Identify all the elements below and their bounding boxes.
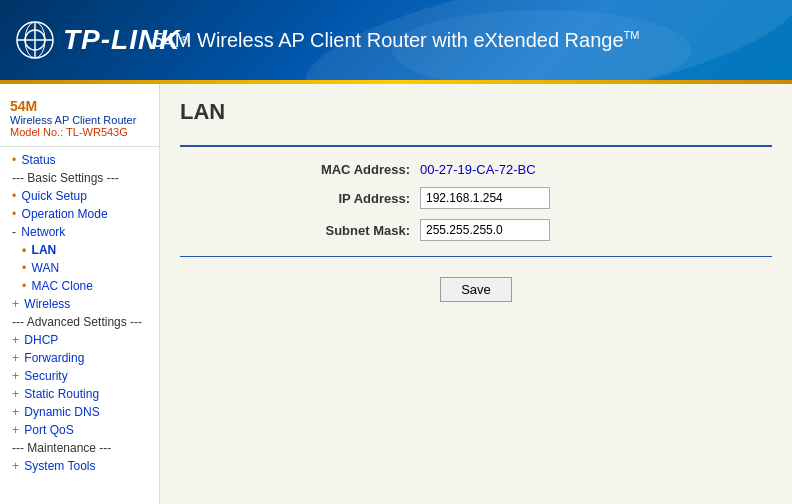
sidebar-item-operation-mode[interactable]: • Operation Mode — [0, 205, 159, 223]
sidebar-item-mac-clone[interactable]: • MAC Clone — [0, 277, 159, 295]
plus-icon: + — [12, 351, 19, 365]
header-title-text: 54M Wireless AP Client Router with eXten… — [153, 29, 624, 51]
sidebar-item-dynamic-dns[interactable]: + Dynamic DNS — [0, 403, 159, 421]
sidebar-item-label: Wireless — [24, 297, 70, 311]
sidebar-section-maintenance: --- Maintenance --- — [0, 439, 159, 457]
subnet-mask-input[interactable] — [420, 219, 550, 241]
header: TP-LINK ® 54M Wireless AP Client Router … — [0, 0, 792, 80]
sidebar-item-forwarding[interactable]: + Forwarding — [0, 349, 159, 367]
sidebar-item-port-qos[interactable]: + Port QoS — [0, 421, 159, 439]
ip-address-row: IP Address: — [180, 187, 772, 209]
plus-icon: + — [12, 333, 19, 347]
subnet-mask-row: Subnet Mask: — [180, 219, 772, 241]
sidebar-item-network[interactable]: - Network — [0, 223, 159, 241]
main-layout: 54M Wireless AP Client Router Model No.:… — [0, 84, 792, 504]
sidebar-section-basic-settings: --- Basic Settings --- — [0, 169, 159, 187]
sidebar-item-label: Dynamic DNS — [24, 405, 99, 419]
content-body: MAC Address: 00-27-19-CA-72-BC IP Addres… — [160, 135, 792, 312]
model-no: TL-WR543G — [66, 126, 128, 138]
page-title: LAN — [180, 99, 772, 125]
plus-icon: + — [12, 423, 19, 437]
content-header: LAN — [160, 84, 792, 135]
sidebar-item-label: MAC Clone — [32, 279, 93, 293]
sidebar-item-label: LAN — [32, 243, 57, 257]
sidebar-item-dhcp[interactable]: + DHCP — [0, 331, 159, 349]
sidebar-item-system-tools[interactable]: + System Tools — [0, 457, 159, 475]
sidebar-item-lan[interactable]: • LAN — [0, 241, 159, 259]
device-info: 54M Wireless AP Client Router Model No.:… — [0, 92, 159, 147]
sidebar-item-label: Network — [21, 225, 65, 239]
sidebar-item-security[interactable]: + Security — [0, 367, 159, 385]
plus-icon: + — [12, 387, 19, 401]
save-row: Save — [180, 277, 772, 302]
sidebar-item-label: Port QoS — [24, 423, 73, 437]
device-model: 54M — [10, 98, 149, 114]
sidebar-item-label: Forwarding — [24, 351, 84, 365]
sidebar-section-label: --- Advanced Settings --- — [12, 315, 142, 329]
sidebar-item-label: DHCP — [24, 333, 58, 347]
mac-address-row: MAC Address: 00-27-19-CA-72-BC — [180, 162, 772, 177]
bullet-icon: • — [12, 207, 16, 221]
divider-bottom — [180, 256, 772, 257]
sidebar-item-label: Operation Mode — [22, 207, 108, 221]
ip-address-input[interactable] — [420, 187, 550, 209]
sidebar: 54M Wireless AP Client Router Model No.:… — [0, 84, 160, 504]
sidebar-item-label: Security — [24, 369, 67, 383]
sidebar-item-wireless[interactable]: + Wireless — [0, 295, 159, 313]
sidebar-item-label: Quick Setup — [22, 189, 87, 203]
model-label: Model No.: — [10, 126, 63, 138]
bullet-icon: • — [22, 243, 26, 257]
plus-icon: + — [12, 297, 19, 311]
save-button[interactable]: Save — [440, 277, 512, 302]
sidebar-item-status[interactable]: • Status — [0, 151, 159, 169]
sidebar-item-label: WAN — [32, 261, 60, 275]
mac-address-label: MAC Address: — [280, 162, 420, 177]
device-type: Wireless AP Client Router — [10, 114, 149, 126]
minus-icon: - — [12, 225, 16, 239]
sidebar-section-label: --- Maintenance --- — [12, 441, 111, 455]
ip-address-label: IP Address: — [280, 191, 420, 206]
sidebar-item-quick-setup[interactable]: • Quick Setup — [0, 187, 159, 205]
header-title: 54M Wireless AP Client Router with eXten… — [0, 29, 792, 52]
sidebar-item-wan[interactable]: • WAN — [0, 259, 159, 277]
content-area: LAN MAC Address: 00-27-19-CA-72-BC IP Ad… — [160, 84, 792, 504]
plus-icon: + — [12, 405, 19, 419]
sidebar-section-label: --- Basic Settings --- — [12, 171, 119, 185]
sidebar-item-static-routing[interactable]: + Static Routing — [0, 385, 159, 403]
sidebar-item-label: Static Routing — [24, 387, 99, 401]
plus-icon: + — [12, 459, 19, 473]
bullet-icon: • — [12, 153, 16, 167]
bullet-icon: • — [22, 279, 26, 293]
device-number: Model No.: TL-WR543G — [10, 126, 149, 138]
header-title-sup: TM — [624, 29, 640, 41]
sidebar-section-advanced: --- Advanced Settings --- — [0, 313, 159, 331]
mac-address-value: 00-27-19-CA-72-BC — [420, 162, 536, 177]
plus-icon: + — [12, 369, 19, 383]
divider-top — [180, 145, 772, 147]
bullet-icon: • — [12, 189, 16, 203]
sidebar-item-label: System Tools — [24, 459, 95, 473]
bullet-icon: • — [22, 261, 26, 275]
sidebar-item-label: Status — [22, 153, 56, 167]
subnet-mask-label: Subnet Mask: — [280, 223, 420, 238]
